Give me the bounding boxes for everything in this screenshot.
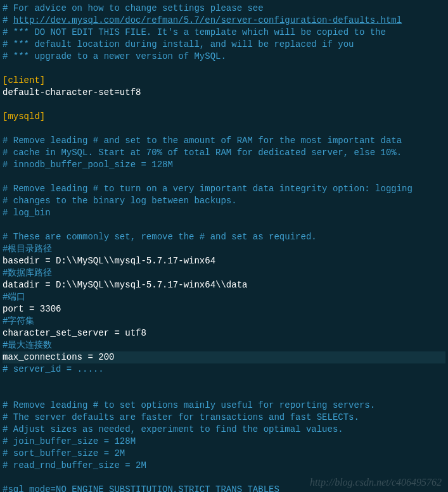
key-charset-server: character_set_server xyxy=(3,328,114,338)
comment-line: # join_buffer_size = 128M xyxy=(3,436,136,446)
comment-line: # innodb_buffer_pool_size = 128M xyxy=(3,160,173,170)
comment-datadir: #数据库路径 xyxy=(3,268,52,278)
equals: = xyxy=(114,328,119,338)
val-datadir: D:\\MySQL\\mysql-5.7.17-winx64\\data xyxy=(51,280,248,290)
watermark: http://blog.csdn.net/c406495762 xyxy=(310,476,442,488)
comment-line: # These are commonly set, remove the # a… xyxy=(3,232,317,242)
comment-line: # changes to the binary log between back… xyxy=(3,196,237,206)
equals: = xyxy=(114,87,119,98)
equals: = xyxy=(45,280,50,290)
val-port: 3306 xyxy=(34,304,61,314)
val-max-connections: 200 xyxy=(93,352,115,362)
comment-line: # Remove leading # to turn on a very imp… xyxy=(3,184,413,194)
comment-line: # The server defaults are faster for tra… xyxy=(3,412,359,422)
equals: = xyxy=(45,256,50,266)
comment-charset: #字符集 xyxy=(3,316,34,326)
comment-maxconn: #最大连接数 xyxy=(3,340,52,350)
comment-basedir: #根目录路径 xyxy=(3,244,52,254)
key-max-connections: max_connections xyxy=(3,352,87,362)
comment-line: # server_id = ..... xyxy=(3,364,104,374)
comment-line: # *** default location during install, a… xyxy=(3,39,354,49)
key-basedir: basedir xyxy=(3,256,45,266)
key-datadir: datadir xyxy=(3,280,45,290)
comment-line: # log_bin xyxy=(3,208,51,218)
doc-link[interactable]: http://dev.mysql.com/doc/refman/5.7/en/s… xyxy=(13,15,402,25)
code-editor: # For advice on how to change settings p… xyxy=(3,3,445,492)
highlighted-line: max_connections = 200 xyxy=(3,351,445,363)
val-default-charset: utf8 xyxy=(120,87,141,98)
val-basedir: D:\\MySQL\\mysql-5.7.17-winx64 xyxy=(51,256,215,266)
comment-line: # *** DO NOT EDIT THIS FILE. It's a temp… xyxy=(3,27,386,37)
comment-line: # xyxy=(3,15,13,25)
equals: = xyxy=(87,352,93,362)
comment-line: # For advice on how to change settings p… xyxy=(3,3,264,13)
key-default-charset: default-character-set xyxy=(3,87,114,98)
section-mysqld: [mysqld] xyxy=(3,111,45,122)
comment-line: # Adjust sizes as needed, experiment to … xyxy=(3,424,343,434)
comment-line: # sort_buffer_size = 2M xyxy=(3,448,125,458)
comment-port: #端口 xyxy=(3,292,25,302)
val-charset-server: utf8 xyxy=(120,328,146,338)
comment-line: # read_rnd_buffer_size = 2M xyxy=(3,460,146,470)
comment-line: # *** upgrade to a newer version of MySQ… xyxy=(3,51,226,61)
comment-line: # Remove leading # to set options mainly… xyxy=(3,400,375,410)
comment-line: # cache in MySQL. Start at 70% of total … xyxy=(3,148,402,158)
section-client: [client] xyxy=(3,75,45,85)
key-port: port xyxy=(3,304,29,314)
comment-line: # Remove leading # and set to the amount… xyxy=(3,136,402,146)
comment-sqlmode: #sql_mode=NO_ENGINE_SUBSTITUTION,STRICT_… xyxy=(3,484,279,492)
